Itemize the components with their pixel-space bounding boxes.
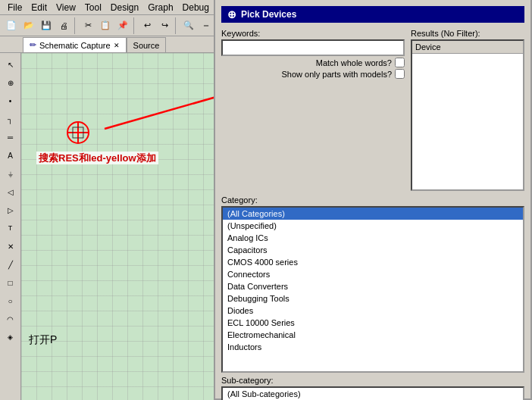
keywords-section: Keywords: Match whole words? Show only p…	[221, 29, 405, 80]
subcat-all[interactable]: (All Sub-categories)	[223, 388, 523, 400]
cat-cmos-4000[interactable]: CMOS 4000 series	[223, 256, 523, 268]
pick-dialog-inner: ⊕ Pick Devices Keywords: Match whole wor…	[214, 0, 532, 400]
cat-capacitors[interactable]: Capacitors	[223, 244, 523, 256]
results-list[interactable]: Device	[411, 39, 524, 191]
category-list[interactable]: (All Categories) (Unspecified) Analog IC…	[221, 206, 524, 373]
cat-ecl-10000[interactable]: ECL 10000 Series	[223, 317, 523, 329]
pick-dialog-title: ⊕ Pick Devices	[221, 6, 524, 23]
match-whole-words-checkbox[interactable]	[395, 58, 405, 67]
subcategory-label: Sub-category:	[221, 376, 524, 385]
cat-all-categories[interactable]: (All Categories)	[223, 208, 523, 220]
main-layout: ↖ ⊕ • ┐ ═ A ⏚ ◁ ▷ T ✕ ╱ □ ○ ◠ ◈	[0, 53, 532, 400]
cat-inductors[interactable]: Inductors	[223, 341, 523, 353]
cat-diodes[interactable]: Diodes	[223, 305, 523, 317]
category-section: Category: (All Categories) (Unspecified)…	[221, 195, 524, 373]
category-label: Category:	[221, 195, 524, 205]
cat-connectors[interactable]: Connectors	[223, 268, 523, 280]
show-only-parts-row: Show only parts with models?	[221, 69, 405, 79]
cat-electromechanical[interactable]: Electromechanical	[223, 329, 523, 341]
pick-devices-dialog: ⊕ Pick Devices Keywords: Match whole wor…	[0, 0, 532, 400]
show-only-parts-label: Show only parts with models?	[281, 70, 392, 79]
show-only-parts-checkbox[interactable]	[395, 69, 405, 79]
cat-debugging-tools[interactable]: Debugging Tools	[223, 292, 523, 305]
cat-analog-ics[interactable]: Analog ICs	[223, 232, 523, 244]
keywords-label: Keywords:	[221, 29, 405, 38]
results-section: Results (No Filter): Device	[411, 29, 524, 191]
subcategory-section: Sub-category: (All Sub-categories) LEDs	[221, 376, 524, 400]
results-device-col-header: Device	[412, 41, 523, 54]
keywords-input[interactable]	[221, 39, 405, 56]
cat-unspecified[interactable]: (Unspecified)	[223, 220, 523, 232]
match-whole-words-label: Match whole words?	[316, 58, 392, 67]
cat-data-converters[interactable]: Data Converters	[223, 280, 523, 292]
subcategory-list[interactable]: (All Sub-categories) LEDs	[221, 386, 524, 400]
results-label: Results (No Filter):	[411, 29, 524, 38]
match-whole-words-row: Match whole words?	[221, 58, 405, 67]
keywords-results-row: Keywords: Match whole words? Show only p…	[221, 29, 524, 191]
pick-dialog-title-text: Pick Devices	[241, 9, 296, 20]
